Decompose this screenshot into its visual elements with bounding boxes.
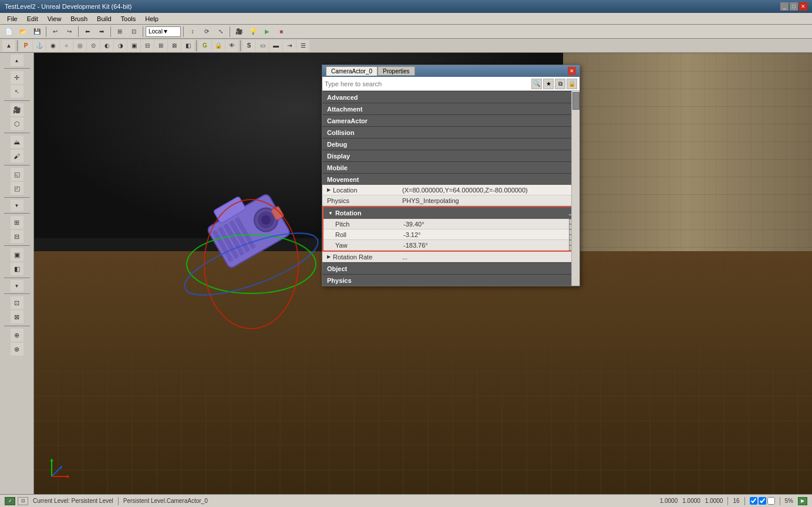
transform-btn[interactable]: ↕ bbox=[186, 26, 199, 38]
menu-build[interactable]: Build bbox=[92, 15, 116, 22]
tb2-anchor[interactable]: ⚓ bbox=[33, 40, 46, 52]
props-scrollbar[interactable] bbox=[571, 91, 579, 286]
lock-icon-btn[interactable]: 🔒 bbox=[567, 79, 577, 89]
new-btn[interactable]: 📄 bbox=[2, 26, 15, 38]
left-move-btn[interactable]: ✛ bbox=[11, 71, 23, 84]
left-arrow-dn2[interactable]: ▼ bbox=[11, 280, 23, 292]
left-terrain-btn[interactable]: ⛰ bbox=[11, 136, 23, 148]
window-controls[interactable]: _ □ ✕ bbox=[780, 2, 807, 11]
minimize-button[interactable]: _ bbox=[780, 2, 789, 11]
category-debug[interactable]: Debug bbox=[322, 138, 579, 150]
tb2-s[interactable]: S bbox=[242, 40, 255, 52]
search-icon-btn[interactable]: 🔍 bbox=[531, 79, 542, 89]
left-bsp-btn[interactable]: ◱ bbox=[11, 168, 23, 181]
scale-btn[interactable]: ⤡ bbox=[214, 26, 227, 38]
status-check3[interactable] bbox=[767, 497, 775, 505]
left-misc2[interactable]: ⊗ bbox=[11, 343, 23, 356]
tb2-square4[interactable]: ⊠ bbox=[168, 40, 181, 52]
menu-tools[interactable]: Tools bbox=[116, 15, 141, 22]
props-tab-properties[interactable]: Properties bbox=[378, 66, 415, 76]
category-cameraactor[interactable]: CameraActor bbox=[322, 114, 579, 126]
yaw-value[interactable]: -183.76° bbox=[400, 242, 569, 249]
left-geo-btn[interactable]: ◰ bbox=[11, 182, 23, 195]
left-scroll2[interactable]: ⊟ bbox=[11, 230, 23, 243]
camera-btn[interactable]: 🎥 bbox=[233, 26, 245, 38]
tb2-lock[interactable]: 🔒 bbox=[212, 40, 225, 52]
tb2-circle1[interactable]: ◉ bbox=[46, 40, 59, 52]
coordinate-dropdown[interactable]: Local ▼ bbox=[146, 26, 181, 37]
menu-brush[interactable]: Brush bbox=[66, 15, 92, 22]
light-btn[interactable]: 💡 bbox=[247, 26, 260, 38]
forward-btn[interactable]: ➡ bbox=[95, 26, 108, 38]
tb2-circle2[interactable]: ○ bbox=[60, 40, 73, 52]
scrollbar-thumb[interactable] bbox=[572, 92, 579, 110]
close-button[interactable]: ✕ bbox=[799, 2, 807, 11]
props-content[interactable]: Advanced Attachment CameraActor Collisio… bbox=[322, 91, 579, 286]
left-view1[interactable]: ⊡ bbox=[11, 296, 23, 309]
left-actors-btn[interactable]: ▣ bbox=[11, 248, 23, 261]
rotation-header[interactable]: ▼ Rotation ... bbox=[324, 207, 578, 219]
menu-edit[interactable]: Edit bbox=[22, 15, 43, 22]
category-physics[interactable]: Physics bbox=[322, 274, 579, 286]
tb2-rect3[interactable]: ☰ bbox=[297, 40, 309, 52]
category-object[interactable]: Object bbox=[322, 262, 579, 274]
tb2-circle5[interactable]: ◐ bbox=[100, 40, 113, 52]
physics-value[interactable]: PHYS_Interpolating ▼ bbox=[399, 197, 579, 204]
viewport[interactable]: CameraActor_0 Properties ✕ 🔍 ★ ⧉ 🔒 bbox=[34, 53, 812, 494]
category-collision[interactable]: Collision bbox=[322, 126, 579, 138]
left-props-btn[interactable]: ◧ bbox=[11, 262, 23, 275]
star-icon-btn[interactable]: ★ bbox=[543, 79, 554, 89]
tb2-g[interactable]: G bbox=[198, 40, 211, 52]
left-arrow-up[interactable]: ▲ bbox=[11, 55, 23, 66]
tb2-square1[interactable]: ▣ bbox=[127, 40, 140, 52]
open-btn[interactable]: 📂 bbox=[16, 26, 29, 38]
tb2-rect2[interactable]: ▬ bbox=[269, 40, 282, 52]
snap-btn[interactable]: ⊞ bbox=[113, 26, 126, 38]
status-play-btn[interactable]: ▶ bbox=[798, 497, 807, 505]
maximize-button[interactable]: □ bbox=[790, 2, 798, 11]
tb2-eye[interactable]: 👁 bbox=[225, 40, 238, 52]
tb2-p[interactable]: P bbox=[19, 40, 32, 52]
roll-value[interactable]: -3.12° bbox=[400, 231, 569, 238]
category-movement[interactable]: Movement bbox=[322, 173, 579, 185]
left-view2[interactable]: ⊠ bbox=[11, 310, 23, 323]
copy-icon-btn[interactable]: ⧉ bbox=[555, 79, 565, 89]
category-attachment[interactable]: Attachment bbox=[322, 103, 579, 114]
status-btn1[interactable]: ⊡ bbox=[18, 497, 28, 505]
menu-help[interactable]: Help bbox=[140, 15, 163, 22]
search-input[interactable] bbox=[325, 80, 529, 87]
pitch-value[interactable]: -39.40° bbox=[400, 221, 569, 228]
tb2-square3[interactable]: ⊞ bbox=[154, 40, 167, 52]
tb2-circle6[interactable]: ◑ bbox=[114, 40, 127, 52]
status-check1[interactable] bbox=[750, 497, 757, 505]
tb2-arrow[interactable]: ▲ bbox=[2, 40, 15, 52]
left-select-btn[interactable]: ↖ bbox=[11, 85, 23, 98]
search-btn[interactable]: ⬅ bbox=[81, 26, 94, 38]
tb2-square5[interactable]: ◧ bbox=[181, 40, 194, 52]
redo-btn[interactable]: ↪ bbox=[63, 26, 76, 38]
menu-view[interactable]: View bbox=[43, 15, 66, 22]
save-btn[interactable]: 💾 bbox=[31, 26, 43, 38]
grid-btn[interactable]: ⊡ bbox=[127, 26, 140, 38]
stop-btn[interactable]: ■ bbox=[275, 26, 288, 38]
left-misc1[interactable]: ⊕ bbox=[11, 329, 23, 342]
left-arrow-dn[interactable]: ▼ bbox=[11, 200, 23, 211]
left-paint-btn[interactable]: 🖌 bbox=[11, 150, 23, 163]
menu-file[interactable]: File bbox=[2, 15, 22, 22]
props-tab-camera[interactable]: CameraActor_0 bbox=[326, 66, 378, 76]
category-advanced[interactable]: Advanced bbox=[322, 91, 579, 103]
left-scroll1[interactable]: ⊞ bbox=[11, 216, 23, 229]
rotate-btn[interactable]: ⟳ bbox=[200, 26, 213, 38]
tb2-square2[interactable]: ⊟ bbox=[141, 40, 154, 52]
left-camera-btn[interactable]: 🎥 bbox=[11, 103, 23, 116]
play-btn[interactable]: ▶ bbox=[261, 26, 274, 38]
tb2-circle4[interactable]: ⊙ bbox=[87, 40, 100, 52]
left-object-btn[interactable]: ⬡ bbox=[11, 117, 23, 130]
tb2-arrow2[interactable]: ⇥ bbox=[283, 40, 296, 52]
tb2-rect[interactable]: ▭ bbox=[256, 40, 269, 52]
undo-btn[interactable]: ↩ bbox=[49, 26, 62, 38]
category-mobile[interactable]: Mobile bbox=[322, 161, 579, 173]
props-close-button[interactable]: ✕ bbox=[568, 67, 576, 75]
category-display[interactable]: Display bbox=[322, 150, 579, 161]
tb2-circle3[interactable]: ◎ bbox=[73, 40, 86, 52]
